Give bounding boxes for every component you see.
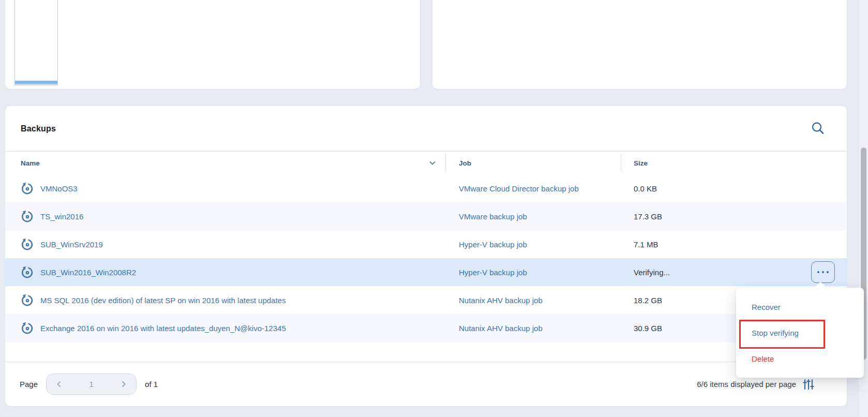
backup-icon: [21, 265, 34, 279]
column-header-size[interactable]: Size: [634, 159, 648, 167]
context-menu: RecoverStop verifyingDelete: [736, 288, 864, 378]
backup-icon: [21, 293, 34, 307]
backup-name: Exchange 2016 on win 2016 with latest up…: [40, 324, 286, 333]
job-link[interactable]: Nutanix AHV backup job: [459, 324, 543, 333]
backup-size: 18.2 GB: [634, 296, 662, 305]
table-row[interactable]: Exchange 2016 on win 2016 with latest up…: [5, 314, 847, 342]
backup-size: 0.0 KB: [634, 184, 657, 193]
context-menu-caret: [814, 282, 827, 288]
backup-icon: [21, 237, 34, 251]
backup-name: MS SQL 2016 (dev edition) of latest SP o…: [40, 296, 286, 305]
table-row[interactable]: TS_win2016VMware backup job17.3 GB: [5, 202, 847, 230]
backup-size: 7.1 MB: [634, 240, 659, 249]
backup-icon: [21, 182, 34, 195]
backup-name-cell: TS_win2016: [21, 202, 83, 230]
backup-name: SUB_Win2016_Win2008R2: [40, 268, 136, 277]
job-link[interactable]: VMware backup job: [459, 212, 527, 221]
table-header-row: Name Job Size: [5, 152, 847, 174]
menu-item-stop-verifying[interactable]: Stop verifying: [736, 320, 864, 346]
backup-icon: [21, 210, 34, 223]
backup-name: TS_win2016: [40, 212, 83, 221]
previous-page-button[interactable]: [55, 380, 63, 388]
job-link[interactable]: Hyper-V backup job: [459, 240, 527, 249]
table-row[interactable]: SUB_Win2016_Win2008R2Hyper-V backup jobV…: [5, 258, 847, 286]
panel-header: Backups: [5, 106, 847, 152]
menu-item-delete[interactable]: Delete: [736, 346, 864, 371]
page-stepper: 1: [46, 374, 137, 395]
page-label: Page: [20, 380, 38, 389]
backup-size: 30.9 GB: [634, 324, 662, 333]
job-link[interactable]: Nutanix AHV backup job: [459, 296, 543, 305]
top-right-card: [432, 0, 847, 89]
menu-item-recover[interactable]: Recover: [736, 294, 864, 320]
job-link[interactable]: Hyper-V backup job: [459, 268, 527, 277]
backup-name-cell: VMNoOS3: [21, 174, 78, 202]
next-page-button[interactable]: [119, 380, 127, 388]
per-page-settings-icon[interactable]: [802, 378, 815, 391]
table-row[interactable]: MS SQL 2016 (dev edition) of latest SP o…: [5, 286, 847, 314]
backup-name-cell: MS SQL 2016 (dev edition) of latest SP o…: [21, 286, 286, 314]
job-link[interactable]: VMware Cloud Director backup job: [459, 184, 579, 193]
table-row[interactable]: VMNoOS3VMware Cloud Director backup job0…: [5, 174, 847, 202]
panel-title: Backups: [21, 124, 56, 133]
backup-name: VMNoOS3: [40, 184, 78, 193]
preview-thumbnail[interactable]: [14, 0, 58, 85]
backup-size: 17.3 GB: [634, 212, 662, 221]
column-header-job[interactable]: Job: [459, 159, 471, 167]
items-per-page-summary: 6/6 items displayed per page: [697, 380, 796, 389]
more-actions-button[interactable]: [811, 261, 835, 283]
table-body: VMNoOS3VMware Cloud Director backup job0…: [5, 174, 847, 342]
backup-name-cell: SUB_Win2016_Win2008R2: [21, 258, 136, 286]
column-divider: [445, 154, 446, 171]
search-icon[interactable]: [810, 121, 826, 136]
table-row[interactable]: SUB_WinSrv2019Hyper-V backup job7.1 MB: [5, 230, 847, 258]
backup-name: SUB_WinSrv2019: [40, 240, 103, 249]
chevron-down-icon[interactable]: [428, 159, 437, 167]
top-left-card: [5, 0, 420, 89]
backups-panel: Backups Name Job Size VMNoOS3VMware Clou…: [5, 106, 847, 406]
current-page[interactable]: 1: [89, 380, 93, 389]
backup-name-cell: Exchange 2016 on win 2016 with latest up…: [21, 314, 286, 342]
pagination-bar: Page 1 of 1 6/6 items displayed per page: [5, 362, 847, 406]
column-header-name[interactable]: Name: [21, 159, 40, 167]
page-of-label: of 1: [145, 380, 158, 389]
backup-size: Verifying...: [634, 268, 670, 277]
backup-icon: [21, 321, 34, 335]
thumbnail-active-bar: [15, 81, 57, 85]
backup-name-cell: SUB_WinSrv2019: [21, 230, 103, 258]
column-divider: [621, 154, 621, 171]
